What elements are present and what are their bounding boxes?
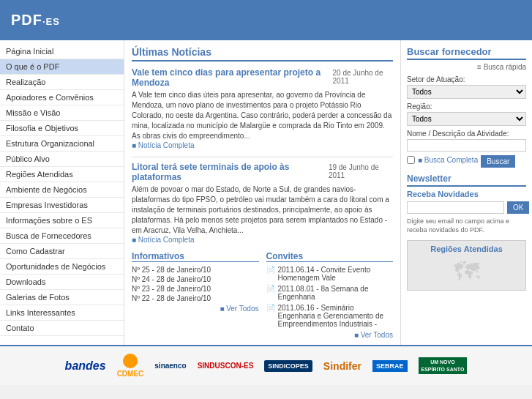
newsletter-input[interactable]: [407, 201, 504, 214]
sidebar-item-oque-pdf[interactable]: O que é o PDF: [0, 59, 124, 75]
informativos-col: Informativos Nº 25 - 28 de Janeiro/10 Nº…: [132, 251, 259, 339]
sidebar-item-publico[interactable]: Público Alvo: [0, 152, 124, 167]
newsletter-hint: Digite seu email no campo acima e receba…: [407, 217, 526, 234]
informativos-ver-todos[interactable]: ■ Ver Todos: [132, 305, 259, 313]
sidebar-item-empresas[interactable]: Empresas Investidoras: [0, 198, 124, 213]
sidebar-item-busca-fornecedores[interactable]: Busca de Fornecedores: [0, 228, 124, 244]
sidebar-item-como-cadastrar[interactable]: Como Cadastrar: [0, 244, 124, 259]
sidebar-item-ambiente[interactable]: Ambiente de Negócios: [0, 182, 124, 198]
sidebar-item-apoiadores[interactable]: Apoiadores e Convênios: [0, 90, 124, 105]
news-text-2: Além de povoar o mar do Estado, de Norte…: [132, 184, 393, 236]
nome-label: Nome / Descrição da Atividade:: [407, 130, 526, 138]
regioes-box[interactable]: Regiões Atendidas 🗺: [407, 240, 526, 291]
convite-icon-2: 📄: [266, 285, 275, 301]
news-date-1: 20 de Junho de 2011: [333, 69, 393, 85]
header: PDF·ES: [0, 0, 532, 40]
sidebar-item-missao[interactable]: Missão e Visão: [0, 105, 124, 121]
informativo-4[interactable]: Nº 22 - 28 de Janeiro/10: [132, 294, 259, 302]
news-more-1[interactable]: ■ Notícia Completa: [132, 141, 393, 149]
convites-ver-todos[interactable]: ■ Ver Todos: [266, 331, 394, 339]
busca-completa-row: ■ Busca Completa: [407, 156, 478, 164]
setor-select[interactable]: Todos: [407, 85, 526, 99]
sidebar-item-links[interactable]: Links Interessantes: [0, 305, 124, 321]
sidebar-item-estrutura[interactable]: Estrutura Organizacional: [0, 136, 124, 152]
news-title-1[interactable]: Vale tem cinco dias para apresentar proj…: [132, 67, 333, 88]
busca-completa-label[interactable]: ■ Busca Completa: [418, 156, 478, 164]
sidebar-item-downloads[interactable]: Downloads: [0, 275, 124, 290]
setor-label: Setor de Atuação:: [407, 75, 526, 83]
news-text-1: A Vale tem cinco dias úteis para apresen…: [132, 90, 393, 141]
news-title-2[interactable]: Litoral terá sete terminais de apoio às …: [132, 162, 329, 182]
convite-text-3: 2011.06.16 - Seminário Engenharia e Gere…: [278, 304, 394, 328]
sidebar-item-pagina-inicial[interactable]: Página Inicial: [0, 44, 124, 59]
informativos-title: Informativos: [132, 251, 259, 262]
buscar-title: Buscar fornecedor: [407, 46, 526, 60]
newsletter-row: OK: [407, 201, 526, 214]
main-content: Últimas Notícias Vale tem cinco dias par…: [124, 40, 400, 345]
sidebar-item-filosofia[interactable]: Filosofia e Objetivos: [0, 121, 124, 136]
bottom-columns: Informativos Nº 25 - 28 de Janeiro/10 Nº…: [132, 251, 393, 339]
newsletter-title: Newsletter: [407, 174, 526, 187]
convite-icon-1: 📄: [266, 266, 275, 282]
sidebar-item-contato[interactable]: Contato: [0, 321, 124, 336]
convite-text-1: 2011.06.14 - Convite Evento Homenagem Va…: [278, 266, 394, 282]
newsletter-ok-button[interactable]: OK: [507, 201, 529, 214]
convite-icon-3: 📄: [266, 304, 275, 328]
sidebar-item-oportunidades[interactable]: Oportunidades de Negócios: [0, 259, 124, 275]
informativo-3[interactable]: Nº 23 - 28 de Janeiro/10: [132, 285, 259, 293]
sidebar-item-realizacao[interactable]: Realização: [0, 75, 124, 90]
right-sidebar: Buscar fornecedor ≡ Busca rápida Setor d…: [400, 40, 532, 345]
footer-logo-bandes: bandes: [65, 359, 106, 373]
sidebar-item-informacoes[interactable]: Informações sobre o ES: [0, 213, 124, 228]
convite-2[interactable]: 📄 2011.08.01 - 8a Semana de Engenharia: [266, 285, 394, 301]
buscar-subtitle: ≡ Busca rápida: [407, 63, 526, 71]
nome-input[interactable]: [407, 139, 526, 152]
convite-1[interactable]: 📄 2011.06.14 - Convite Evento Homenagem …: [266, 266, 394, 282]
regioes-map-icon: 🗺: [411, 257, 522, 286]
news-section-title: Últimas Notícias: [132, 46, 393, 61]
convite-text-2: 2011.08.01 - 8a Semana de Engenharia: [278, 285, 394, 301]
sidebar-item-regioes[interactable]: Regiões Atendidas: [0, 167, 124, 182]
sidebar: Página Inicial O que é o PDF Realização …: [0, 40, 124, 345]
convites-title: Convites: [266, 251, 394, 262]
informativo-2[interactable]: Nº 24 - 28 de Janeiro/10: [132, 275, 259, 283]
buscar-row: ■ Busca Completa Buscar: [407, 155, 526, 168]
news-item-2: Litoral terá sete terminais de apoio às …: [132, 162, 393, 244]
news-item-1: Vale tem cinco dias para apresentar proj…: [132, 67, 393, 149]
convite-3[interactable]: 📄 2011.06.16 - Seminário Engenharia e Ge…: [266, 304, 394, 328]
divider-1: [132, 157, 393, 157]
news-more-2[interactable]: ■ Notícia Completa: [132, 236, 393, 244]
footer: bandes CDMEC sinaenco SINDUSCON-ES SINDI…: [0, 345, 532, 385]
news-date-2: 19 de Junho de 2011: [329, 163, 393, 179]
informativo-1[interactable]: Nº 25 - 28 de Janeiro/10: [132, 266, 259, 274]
header-logo: PDF·ES: [11, 12, 60, 29]
footer-logo-sinaenco: sinaenco: [154, 362, 186, 370]
footer-logo-cdmec: CDMEC: [117, 370, 144, 378]
footer-logo-sinduscon: SINDUSCON-ES: [198, 362, 254, 370]
regiao-select[interactable]: Todos: [407, 112, 526, 126]
regiao-label: Região:: [407, 102, 526, 111]
sidebar-item-galerias[interactable]: Galerias de Fotos: [0, 290, 124, 305]
newsletter-sub: Receba Novidades: [407, 190, 526, 198]
convites-col: Convites 📄 2011.06.14 - Convite Evento H…: [266, 251, 394, 339]
regioes-label: Regiões Atendidas: [411, 245, 522, 253]
buscar-button[interactable]: Buscar: [481, 155, 515, 168]
busca-completa-checkbox[interactable]: [407, 156, 415, 164]
